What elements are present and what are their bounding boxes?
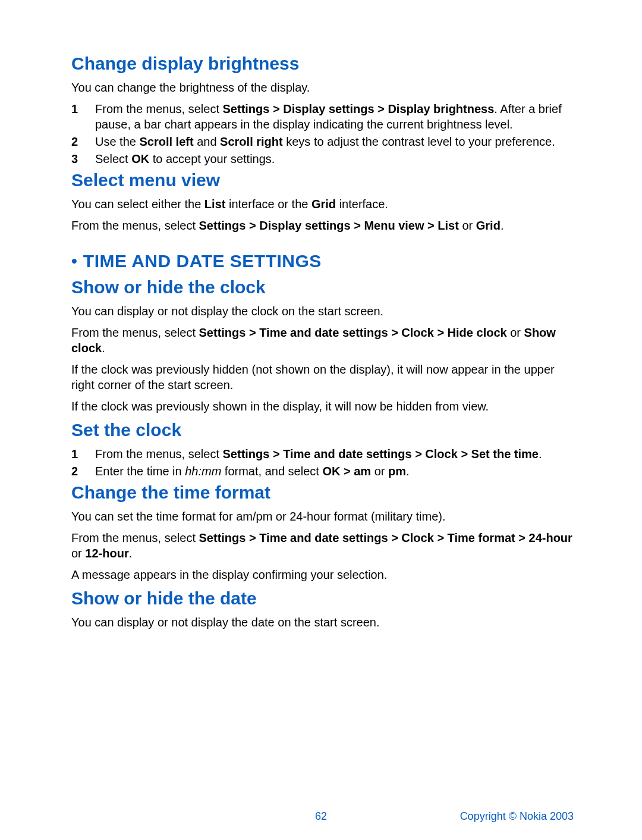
step-number: 1 <box>71 101 95 117</box>
step-text: Use the Scroll left and Scroll right key… <box>95 134 577 149</box>
heading-show-hide-clock: Show or hide the clock <box>71 277 577 297</box>
step-text: From the menus, select Settings > Displa… <box>95 101 577 132</box>
section-title-time-date-settings: • TIME AND DATE SETTINGS <box>71 251 577 271</box>
list-item: 1 From the menus, select Settings > Disp… <box>71 101 577 132</box>
paragraph: If the clock was previously hidden (not … <box>71 362 577 393</box>
step-text: Select OK to accept your settings. <box>95 151 577 167</box>
paragraph: You can set the time format for am/pm or… <box>71 509 577 524</box>
paragraph: You can display or not display the date … <box>71 615 577 630</box>
section-title-text: TIME AND DATE SETTINGS <box>83 251 322 271</box>
step-text: Enter the time in hh:mm format, and sele… <box>95 463 577 479</box>
heading-select-menu-view: Select menu view <box>71 170 577 190</box>
heading-set-the-clock: Set the clock <box>71 420 577 440</box>
ordered-list: 1 From the menus, select Settings > Time… <box>71 446 577 479</box>
paragraph: From the menus, select Settings > Time a… <box>71 325 577 356</box>
paragraph: You can display or not display the clock… <box>71 303 577 319</box>
step-number: 2 <box>71 463 95 479</box>
paragraph: You can change the brightness of the dis… <box>71 80 577 95</box>
list-item: 2 Use the Scroll left and Scroll right k… <box>71 134 577 149</box>
list-item: 1 From the menus, select Settings > Time… <box>71 446 577 462</box>
document-page: Change display brightness You can change… <box>0 0 642 840</box>
bullet-icon: • <box>71 253 77 269</box>
ordered-list: 1 From the menus, select Settings > Disp… <box>71 101 577 167</box>
step-text: From the menus, select Settings > Time a… <box>95 446 577 462</box>
heading-change-time-format: Change the time format <box>71 482 577 503</box>
list-item: 2 Enter the time in hh:mm format, and se… <box>71 463 577 479</box>
paragraph: A message appears in the display confirm… <box>71 567 577 582</box>
step-number: 3 <box>71 151 95 167</box>
step-number: 2 <box>71 134 95 149</box>
list-item: 3 Select OK to accept your settings. <box>71 151 577 167</box>
paragraph: From the menus, select Settings > Displa… <box>71 218 577 233</box>
page-number: 62 <box>315 810 327 823</box>
heading-change-display-brightness: Change display brightness <box>71 54 577 74</box>
paragraph: You can select either the List interface… <box>71 196 577 212</box>
heading-show-hide-date: Show or hide the date <box>71 588 577 609</box>
paragraph: From the menus, select Settings > Time a… <box>71 530 577 561</box>
copyright-text: Copyright © Nokia 2003 <box>460 810 574 823</box>
step-number: 1 <box>71 446 95 462</box>
paragraph: If the clock was previously shown in the… <box>71 399 577 414</box>
